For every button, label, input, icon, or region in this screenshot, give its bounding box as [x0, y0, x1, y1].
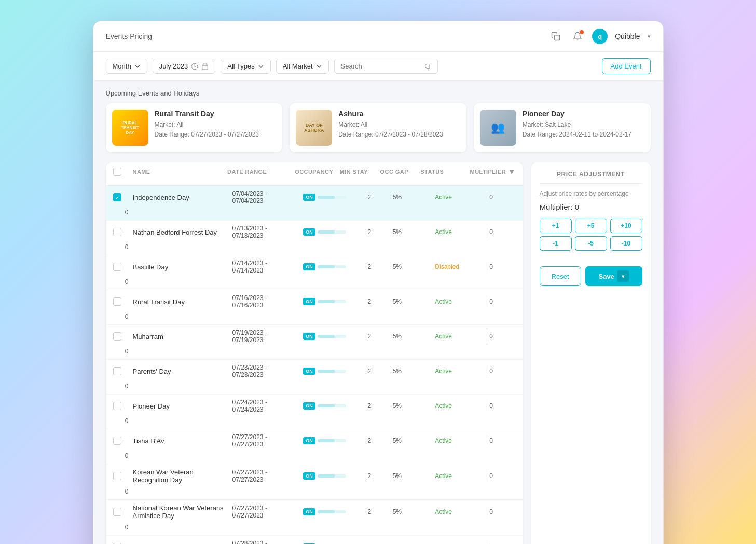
- reset-button[interactable]: Reset: [540, 266, 581, 286]
- adj-minus1[interactable]: -1: [540, 236, 572, 251]
- main-content: Upcoming Events and Holidays RURALTRANSI…: [93, 81, 663, 544]
- row-occgap-4: 5%: [393, 333, 431, 340]
- event-thumb-2: 👥: [480, 110, 516, 146]
- col-name: NAME: [133, 169, 224, 175]
- search-box[interactable]: [334, 59, 438, 74]
- toolbar: Month July 2023 All Types All Market Add…: [93, 52, 663, 81]
- row-status-4: Active: [435, 333, 483, 340]
- table-row[interactable]: Korean War Veteran Recognition Day 07/27…: [106, 464, 523, 500]
- table-row[interactable]: Pioneer Day 07/24/2023 - 07/24/2023 ON 2…: [106, 395, 523, 429]
- header-checkbox[interactable]: [113, 168, 129, 176]
- row-zero-6: 0: [113, 417, 129, 425]
- row-occ-4: ON: [303, 333, 346, 340]
- event-card-2: 👥 Pioneer Day Market: Salt Lake Date Ran…: [474, 103, 651, 152]
- main-window: Events Pricing q Quibble ▾ Month July 20…: [93, 21, 664, 544]
- row-zero-2: 0: [113, 278, 129, 285]
- row-occ-1: ON: [303, 228, 346, 236]
- notification-icon[interactable]: [570, 29, 585, 44]
- adj-minus5[interactable]: -5: [575, 236, 607, 251]
- date-input[interactable]: July 2023: [153, 59, 216, 74]
- avatar[interactable]: q: [592, 29, 608, 44]
- adj-plus1[interactable]: +1: [540, 219, 572, 233]
- row-occ-3: ON: [303, 298, 346, 305]
- table-row[interactable]: Tisha B'Av 07/27/2023 - 07/27/2023 ON 2 …: [106, 429, 523, 464]
- row-name-4: Muharram: [133, 333, 228, 341]
- table-row[interactable]: Muharram 07/19/2023 - 07/19/2023 ON 2 5%…: [106, 325, 523, 360]
- row-checkbox-8[interactable]: [113, 472, 121, 480]
- save-caret-icon[interactable]: ▾: [617, 270, 629, 282]
- row-mult-5: 0: [487, 366, 515, 376]
- event-cards: RURALTRANSITDAY Rural Transit Day Market…: [106, 103, 651, 152]
- row-status-2: Disabled: [435, 263, 483, 270]
- row-mult-4: 0: [487, 331, 515, 342]
- event-thumb-0: RURALTRANSITDAY: [112, 110, 148, 146]
- adj-plus10[interactable]: +10: [610, 219, 642, 233]
- row-zero-1: 0: [113, 243, 129, 251]
- panel-title: PRICE ADJUSTMENT: [540, 171, 642, 184]
- notification-dot: [580, 30, 584, 34]
- row-minstay-1: 2: [350, 228, 389, 236]
- copy-icon[interactable]: [548, 29, 563, 44]
- row-occgap-9: 5%: [393, 508, 431, 515]
- row-checkbox-3[interactable]: [113, 297, 121, 306]
- row-date-3: 07/16/2023 - 07/16/2023: [232, 294, 299, 309]
- upcoming-label: Upcoming Events and Holidays: [106, 89, 651, 97]
- row-checkbox-0[interactable]: ✓: [113, 193, 121, 201]
- save-button[interactable]: Save ▾: [585, 266, 642, 286]
- table-row[interactable]: National Korean War Veterans Armistice D…: [106, 500, 523, 536]
- row-occgap-2: 5%: [393, 263, 431, 270]
- row-mult-9: 0: [487, 507, 515, 517]
- table-row[interactable]: Bastille Day 07/14/2023 - 07/14/2023 ON …: [106, 255, 523, 290]
- header-actions: q Quibble ▾: [548, 29, 650, 44]
- row-occgap-8: 5%: [393, 472, 431, 480]
- row-occ-2: ON: [303, 263, 346, 270]
- row-checkbox-2[interactable]: [113, 263, 121, 271]
- row-checkbox-6[interactable]: [113, 402, 121, 410]
- row-occgap-6: 5%: [393, 402, 431, 410]
- table-row[interactable]: Rural Transit Day 07/16/2023 - 07/16/202…: [106, 290, 523, 325]
- row-mult-7: 0: [487, 436, 515, 446]
- col-status: STATUS: [420, 169, 465, 175]
- row-checkbox-1[interactable]: [113, 228, 121, 236]
- event-card-0: RURALTRANSITDAY Rural Transit Day Market…: [106, 103, 283, 152]
- row-zero-5: 0: [113, 383, 129, 390]
- period-dropdown[interactable]: Month: [106, 59, 147, 74]
- row-checkbox-4[interactable]: [113, 332, 121, 341]
- row-name-1: Nathan Bedford Forrest Day: [133, 228, 228, 236]
- row-occ-7: ON: [303, 437, 346, 444]
- row-date-5: 07/23/2023 - 07/23/2023: [232, 364, 299, 378]
- table-row[interactable]: Nathan Bedford Forrest Day 07/13/2023 - …: [106, 221, 523, 255]
- row-date-0: 07/04/2023 - 07/04/2023: [232, 190, 299, 205]
- market-filter-dropdown[interactable]: All Market: [276, 59, 329, 74]
- table-row[interactable]: Ashura 07/28/2023 - 07/28/2023 ON 2 5% A…: [106, 536, 523, 544]
- adj-plus5[interactable]: +5: [575, 219, 607, 233]
- row-mult-2: 0: [487, 262, 515, 272]
- svg-point-3: [425, 64, 430, 68]
- search-input[interactable]: [341, 62, 421, 70]
- user-chevron-icon[interactable]: ▾: [648, 33, 651, 40]
- col-mult: MULTIPLIER ▼: [470, 168, 516, 176]
- row-minstay-4: 2: [350, 333, 389, 340]
- type-filter-dropdown[interactable]: All Types: [221, 59, 271, 74]
- row-occgap-5: 5%: [393, 368, 431, 375]
- row-checkbox-7[interactable]: [113, 437, 121, 445]
- row-minstay-5: 2: [350, 368, 389, 375]
- row-minstay-9: 2: [350, 508, 389, 515]
- row-checkbox-9[interactable]: [113, 508, 121, 516]
- event-info-1: Ashura Market: All Date Range: 07/27/202…: [338, 110, 443, 140]
- table-body: ✓ Independence Day 07/04/2023 - 07/04/20…: [106, 186, 523, 544]
- row-name-6: Pioneer Day: [133, 402, 228, 410]
- row-checkbox-5[interactable]: [113, 367, 121, 375]
- table-row[interactable]: ✓ Independence Day 07/04/2023 - 07/04/20…: [106, 186, 523, 221]
- row-zero-8: 0: [113, 488, 129, 495]
- row-status-1: Active: [435, 228, 483, 236]
- price-panel: PRICE ADJUSTMENT Adjust price rates by p…: [531, 162, 651, 544]
- col-occ: OCCUPANCY: [295, 169, 336, 175]
- row-minstay-7: 2: [350, 437, 389, 444]
- add-event-button[interactable]: Add Event: [602, 58, 651, 74]
- page-title: Events Pricing: [106, 32, 152, 40]
- row-status-3: Active: [435, 298, 483, 305]
- table-row[interactable]: Parents' Day 07/23/2023 - 07/23/2023 ON …: [106, 360, 523, 395]
- adj-minus10[interactable]: -10: [610, 236, 642, 251]
- events-table: NAME DATE RANGE OCCUPANCY MIN STAY OCC G…: [106, 162, 523, 544]
